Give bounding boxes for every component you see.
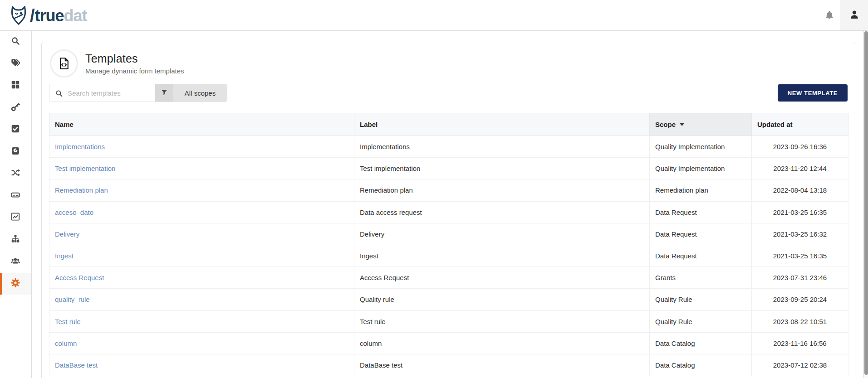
sidebar-item-structure[interactable] <box>0 229 31 251</box>
column-header-scope[interactable]: Scope <box>650 113 752 136</box>
server-icon <box>10 190 20 202</box>
template-updated-cell: 2023-09-25 20:24 <box>752 289 848 310</box>
table-row: Test rule Test rule Quality Rule 2023-08… <box>49 310 848 332</box>
template-label-cell: Test rule <box>354 310 650 332</box>
template-label-cell: Ingest <box>354 245 650 267</box>
truedat-logo[interactable]: /truedat <box>8 5 87 26</box>
controls-row: All scopes NEW TEMPLATE <box>42 84 855 102</box>
table-row: quality_rule Quality rule Quality Rule 2… <box>49 289 848 310</box>
new-template-button[interactable]: NEW TEMPLATE <box>778 84 848 102</box>
check-square-icon <box>10 124 20 136</box>
template-scope-cell: Quality Implementation <box>650 158 752 179</box>
sidebar-item-analytics[interactable] <box>0 207 31 229</box>
template-name-link[interactable]: acceso_dato <box>49 201 354 223</box>
column-header-updated-at[interactable]: Updated at <box>752 113 848 136</box>
table-row: column column Data Catalog 2023-11-16 16… <box>49 332 848 354</box>
vertical-scrollbar[interactable] <box>863 31 868 378</box>
bell-icon <box>824 15 835 22</box>
sidebar-item-search[interactable] <box>0 31 31 53</box>
table-row: Access Request Access Request Grants 202… <box>49 267 848 289</box>
sitemap-icon <box>10 234 20 246</box>
all-scopes-dropdown[interactable]: All scopes <box>173 84 227 102</box>
sidebar-item-systems[interactable] <box>0 185 31 207</box>
template-updated-cell: 2022-08-04 13:18 <box>752 179 848 201</box>
template-scope-cell: Quality Implementation <box>650 136 752 158</box>
templates-card: Templates Manage dynamic form templates … <box>41 42 855 378</box>
template-updated-cell: 2021-03-25 16:32 <box>752 223 848 245</box>
shuffle-icon <box>10 168 20 179</box>
template-label-cell: Access Request <box>354 267 650 289</box>
template-label-cell: Remediation plan <box>354 179 650 201</box>
template-scope-cell: Data Request <box>650 223 752 245</box>
search-templates-input[interactable] <box>49 84 155 102</box>
template-scope-cell: Data Request <box>650 245 752 267</box>
table-row: DataBase test DataBase test Data Catalog… <box>49 354 848 376</box>
grid-icon <box>10 80 20 92</box>
sidebar-item-quality[interactable] <box>0 141 31 163</box>
search-filter-group: All scopes <box>49 84 227 102</box>
template-updated-cell: 2023-09-26 16:36 <box>752 136 848 158</box>
notifications-button[interactable] <box>824 10 835 22</box>
templates-table: Name Label Scope Updated at Implementati… <box>49 113 848 376</box>
template-name-link[interactable]: Test rule <box>49 310 354 332</box>
line-chart-icon <box>10 212 20 223</box>
template-name-link[interactable]: Implementations <box>49 136 354 158</box>
template-name-link[interactable]: quality_rule <box>49 289 354 310</box>
key-icon <box>10 102 20 114</box>
table-row: Ingest Ingest Data Request 2021-03-25 16… <box>49 245 848 267</box>
column-header-name[interactable]: Name <box>49 113 354 136</box>
sidebar-item-tasks[interactable] <box>0 119 31 141</box>
template-label-cell: Implementations <box>354 136 650 158</box>
sidebar-item-lineage[interactable] <box>0 163 31 185</box>
users-icon <box>10 256 20 267</box>
gear-icon <box>10 278 20 290</box>
template-scope-cell: Remediation plan <box>650 179 752 201</box>
file-code-icon <box>50 49 78 78</box>
template-name-link[interactable]: Delivery <box>49 223 354 245</box>
table-row: Implementations Implementations Quality … <box>49 136 848 158</box>
template-label-cell: column <box>354 332 650 354</box>
template-updated-cell: 2023-11-16 16:56 <box>752 332 848 354</box>
template-scope-cell: Quality Rule <box>650 310 752 332</box>
table-row: Test implementation Test implementation … <box>49 158 848 179</box>
template-name-link[interactable]: Ingest <box>49 245 354 267</box>
page-subtitle: Manage dynamic form templates <box>85 67 184 75</box>
logo-brand-light: dat <box>64 6 87 25</box>
sidebar-item-grid[interactable] <box>0 75 31 97</box>
template-name-link[interactable]: column <box>49 332 354 354</box>
template-scope-cell: Grants <box>650 267 752 289</box>
tags-icon <box>10 58 20 70</box>
top-header: /truedat <box>0 0 868 31</box>
template-name-link[interactable]: Test implementation <box>49 158 354 179</box>
owl-logo-icon <box>8 5 29 26</box>
template-scope-cell: Data Catalog <box>650 354 752 376</box>
template-updated-cell: 2023-07-31 23:46 <box>752 267 848 289</box>
search-icon <box>10 36 20 48</box>
table-row: acceso_dato Data access request Data Req… <box>49 201 848 223</box>
page-title: Templates <box>85 52 184 65</box>
template-scope-cell: Data Request <box>650 201 752 223</box>
search-box <box>49 84 155 102</box>
template-label-cell: DataBase test <box>354 354 650 376</box>
sidebar-item-tags[interactable] <box>0 53 31 75</box>
funnel-icon <box>160 88 168 98</box>
scope-filter-button[interactable] <box>155 84 173 102</box>
template-label-cell: Test implementation <box>354 158 650 179</box>
template-label-cell: Data access request <box>354 201 650 223</box>
sidebar-item-key[interactable] <box>0 97 31 119</box>
template-name-link[interactable]: DataBase test <box>49 354 354 376</box>
template-label-cell: Quality rule <box>354 289 650 310</box>
table-body: Implementations Implementations Quality … <box>49 136 848 376</box>
scrollbar-thumb[interactable] <box>864 31 868 375</box>
template-updated-cell: 2021-03-25 16:35 <box>752 245 848 267</box>
sidebar-item-users[interactable] <box>0 251 31 273</box>
template-name-link[interactable]: Remediation plan <box>49 179 354 201</box>
template-name-link[interactable]: Access Request <box>49 267 354 289</box>
table-row: Delivery Delivery Data Request 2021-03-2… <box>49 223 848 245</box>
column-header-label[interactable]: Label <box>354 113 650 136</box>
sidebar-item-settings[interactable] <box>0 273 31 295</box>
page-header: Templates Manage dynamic form templates <box>42 42 855 78</box>
user-menu-button[interactable] <box>840 0 868 30</box>
table-row: Remediation plan Remediation plan Remedi… <box>49 179 848 201</box>
template-updated-cell: 2023-08-22 10:51 <box>752 310 848 332</box>
